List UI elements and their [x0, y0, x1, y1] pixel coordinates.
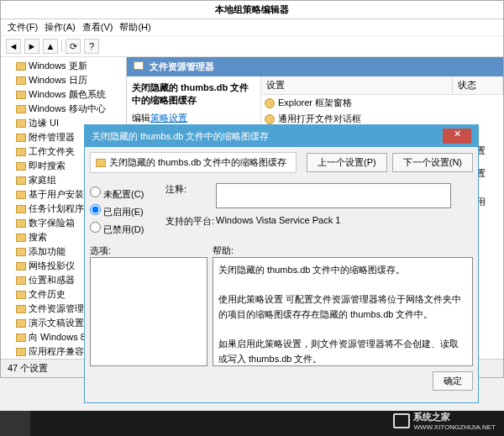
folder-icon — [16, 76, 26, 85]
comment-label: 注释: — [165, 183, 216, 196]
folder-icon — [134, 61, 144, 70]
policy-dialog: 关闭隐藏的 thumbs.db 文件中的缩略图缓存 ✕ 关闭隐藏的 thumbs… — [84, 124, 479, 403]
gear-icon — [265, 114, 275, 124]
policy-row[interactable]: Explorer 框架窗格 — [261, 95, 503, 111]
folder-icon — [16, 319, 26, 328]
folder-icon — [16, 219, 26, 228]
folder-icon — [16, 205, 26, 213]
col-setting[interactable]: 设置 — [261, 76, 453, 94]
edit-policy-link[interactable]: 策略设置 — [150, 113, 187, 123]
folder-icon — [16, 291, 26, 299]
folder-icon — [16, 191, 26, 199]
tree-item[interactable]: Windows 颜色系统 — [1, 87, 126, 102]
radio-group: 未配置(C) 已启用(E) 已禁用(D) — [90, 183, 157, 239]
tree-item[interactable]: Windows 移动中心 — [1, 102, 126, 116]
prev-setting-button[interactable]: 上一个设置(P) — [307, 153, 387, 172]
folder-icon — [16, 162, 26, 171]
watermark-icon — [393, 413, 410, 428]
folder-icon — [16, 105, 26, 113]
folder-icon — [16, 348, 26, 356]
comment-input[interactable] — [216, 183, 451, 208]
folder-icon — [16, 62, 26, 71]
close-icon[interactable]: ✕ — [443, 129, 471, 144]
forward-button[interactable]: ► — [24, 39, 39, 54]
options-label: 选项: — [90, 244, 207, 257]
folder-icon — [16, 262, 26, 271]
folder-icon — [16, 91, 26, 99]
toolbar: ◄ ► ▲ ⟳ ? — [1, 36, 503, 57]
next-setting-button[interactable]: 下一个设置(N) — [392, 153, 473, 172]
watermark: 系统之家 WWW.XITONGZHIJIA.NET — [393, 411, 496, 431]
radio-notconfigured[interactable]: 未配置(C) — [90, 186, 157, 201]
back-button[interactable]: ◄ — [6, 39, 21, 54]
ok-button[interactable]: 确定 — [433, 371, 473, 391]
folder-icon — [16, 334, 26, 342]
menubar: 文件(F) 操作(A) 查看(V) 帮助(H) — [1, 19, 503, 36]
platform-value: Windows Vista Service Pack 1 — [216, 215, 340, 225]
help-label: 帮助: — [213, 244, 234, 257]
folder-icon — [16, 176, 26, 185]
radio-enabled[interactable]: 已启用(E) — [90, 204, 157, 218]
menu-action[interactable]: 操作(A) — [45, 21, 76, 34]
dialog-title: 关闭隐藏的 thumbs.db 文件中的缩略图缓存 — [92, 130, 269, 143]
menu-file[interactable]: 文件(F) — [8, 21, 38, 34]
content-title: 文件资源管理器 — [150, 61, 214, 71]
help-button[interactable]: ? — [84, 39, 99, 54]
policy-icon — [96, 159, 106, 167]
platform-label: 支持的平台: — [165, 215, 216, 228]
gear-icon — [265, 98, 275, 108]
folder-icon — [16, 148, 26, 156]
taskbar[interactable]: 系统之家 WWW.XITONGZHIJIA.NET — [0, 411, 504, 436]
help-box: 关闭隐藏的 thumbs.db 文件中的缩略图缓存。使用此策略设置 可配置文件资… — [213, 257, 473, 366]
selected-policy-title: 关闭隐藏的 thumbs.db 文件中的缩略图缓存 — [132, 81, 255, 107]
menu-help[interactable]: 帮助(H) — [119, 21, 150, 34]
folder-icon — [16, 248, 26, 256]
options-box — [90, 257, 207, 366]
dialog-subtitle: 关闭隐藏的 thumbs.db 文件中的缩略图缓存 — [109, 156, 286, 169]
tree-item[interactable]: Windows 更新 — [1, 59, 126, 73]
menu-view[interactable]: 查看(V) — [82, 21, 113, 34]
folder-icon — [16, 134, 26, 142]
up-button[interactable]: ▲ — [43, 39, 58, 54]
refresh-button[interactable]: ⟳ — [66, 39, 81, 54]
content-header: 文件资源管理器 — [127, 57, 503, 76]
radio-disabled[interactable]: 已禁用(D) — [90, 222, 157, 236]
start-button[interactable] — [0, 411, 30, 436]
tree-item[interactable]: Windows 日历 — [1, 73, 126, 87]
folder-icon — [16, 119, 26, 128]
col-state[interactable]: 状态 — [453, 76, 503, 94]
folder-icon — [16, 234, 26, 242]
folder-icon — [16, 305, 26, 313]
window-title: 本地组策略编辑器 — [1, 1, 503, 19]
folder-icon — [16, 276, 26, 285]
